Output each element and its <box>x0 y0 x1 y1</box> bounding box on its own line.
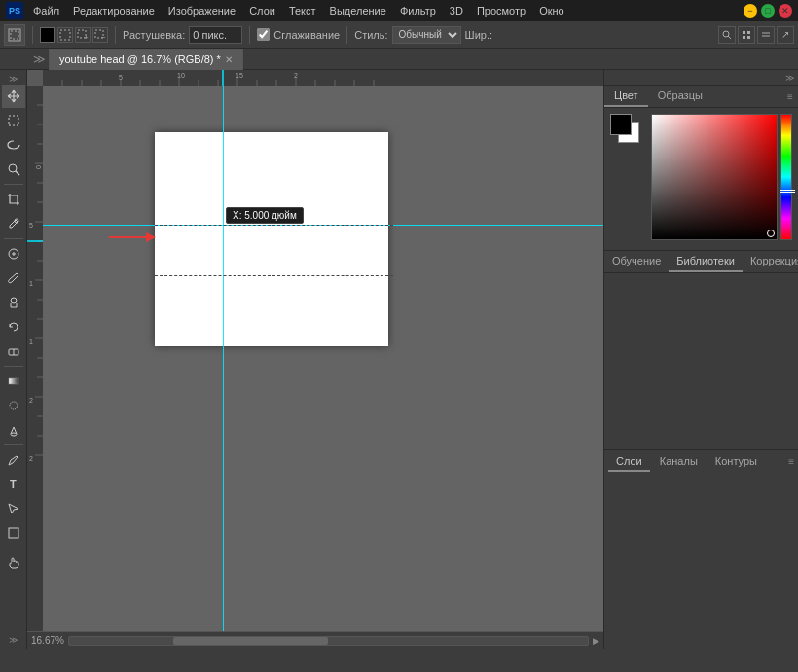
toolbar-toggle-bottom[interactable]: ≫ <box>3 635 24 645</box>
tool-crop[interactable] <box>2 188 25 211</box>
antialiasing-checkbox[interactable] <box>257 28 270 41</box>
hue-slider[interactable] <box>780 114 792 240</box>
ruler-left-svg: 0 5 1 1 2 2 <box>27 86 43 631</box>
color-picker-area <box>604 108 798 246</box>
tool-eyedropper[interactable] <box>2 212 25 235</box>
svg-text:5: 5 <box>119 74 123 81</box>
svg-rect-12 <box>747 36 750 39</box>
menu-image[interactable]: Изображение <box>163 3 241 18</box>
tool-lasso[interactable] <box>2 133 25 157</box>
color-panel-tabs: Цвет Образцы ≡ <box>604 86 798 108</box>
swatches-tab[interactable]: Образцы <box>648 86 712 107</box>
panels-toggle[interactable]: ≫ <box>29 49 49 70</box>
feather-input[interactable] <box>189 26 242 44</box>
tool-sep-4 <box>4 444 23 445</box>
tool-history[interactable] <box>2 315 25 338</box>
training-tab[interactable]: Обучение <box>604 251 669 272</box>
menu-filter[interactable]: Фильтр <box>394 3 442 18</box>
menu-select[interactable]: Выделение <box>324 3 392 18</box>
library-content-area <box>604 273 798 449</box>
right-panel: ≫ Цвет Образцы ≡ <box>603 70 798 649</box>
zoom-level: 16.67% <box>31 635 64 646</box>
libraries-tab[interactable]: Библиотеки <box>669 251 743 272</box>
add-selection-btn[interactable]: + <box>75 27 91 43</box>
layers-tab[interactable]: Слои <box>608 452 650 472</box>
minimize-button[interactable]: − <box>744 4 757 18</box>
ruler-top-svg: 5 10 15 2 <box>43 70 603 86</box>
feather-label: Растушевка: <box>123 29 185 41</box>
svg-rect-25 <box>9 378 18 384</box>
left-toolbar: ≫ <box>0 70 27 649</box>
menu-window[interactable]: Окно <box>533 3 570 18</box>
tool-text[interactable]: T <box>2 473 25 496</box>
tool-move[interactable] <box>2 85 25 108</box>
ps-logo: PS <box>6 2 23 19</box>
canvas-area: 5 10 15 2 <box>27 70 603 649</box>
color-panel-menu[interactable]: ≡ <box>782 86 798 107</box>
menu-3d[interactable]: 3D <box>444 3 469 18</box>
correction-tab[interactable]: Коррекция <box>743 251 798 272</box>
search-btn[interactable] <box>718 26 736 44</box>
tool-clone[interactable] <box>2 291 25 314</box>
tool-hand[interactable] <box>2 551 25 575</box>
foreground-color-swatch[interactable] <box>40 27 55 43</box>
color-saturation-picker[interactable] <box>651 114 778 240</box>
antialiasing-label: Сглаживание <box>273 29 340 41</box>
menu-view[interactable]: Просмотр <box>471 3 531 18</box>
svg-rect-2 <box>60 30 70 40</box>
title-bar-left: PS Файл Редактирование Изображение Слои … <box>6 2 570 19</box>
tool-eraser[interactable] <box>2 339 25 363</box>
tool-gradient[interactable] <box>2 370 25 393</box>
selection-rect-btn[interactable] <box>57 27 73 43</box>
panel-collapse-row: ≫ <box>604 70 798 86</box>
toolbar-toggle-top[interactable]: ≫ <box>3 74 24 84</box>
style-select[interactable]: Обычный <box>392 26 461 44</box>
tab-close-btn[interactable]: ✕ <box>225 54 233 65</box>
svg-text:10: 10 <box>177 72 185 79</box>
document-tab[interactable]: youtube head @ 16.7% (RGB/8) * ✕ <box>49 49 243 70</box>
close-button[interactable]: ✕ <box>779 4 792 18</box>
svg-text:2: 2 <box>29 397 33 404</box>
ruler-top: 5 10 15 2 <box>43 70 603 86</box>
tool-blur[interactable] <box>2 394 25 417</box>
menu-bar: Файл Редактирование Изображение Слои Тек… <box>27 3 570 18</box>
menu-layers[interactable]: Слои <box>243 3 281 18</box>
workspace-btn[interactable] <box>757 26 775 44</box>
tool-dodge[interactable] <box>2 418 25 442</box>
layers-content <box>604 474 798 650</box>
subtract-selection-btn[interactable]: − <box>92 27 108 43</box>
svg-text:T: T <box>10 478 17 490</box>
library-tabs: Обучение Библиотеки Коррекция ≡ <box>604 250 798 273</box>
tool-marquee[interactable] <box>2 109 25 132</box>
color-tab[interactable]: Цвет <box>604 86 648 107</box>
window-controls: − □ ✕ <box>744 4 792 18</box>
tool-preset-picker[interactable] <box>4 24 25 46</box>
channels-tab[interactable]: Каналы <box>652 452 706 472</box>
menu-edit[interactable]: Редактирование <box>67 3 161 18</box>
canvas-status-bar: 16.67% ▶ <box>27 631 603 649</box>
paths-tab[interactable]: Контуры <box>707 452 765 472</box>
fg-color-box[interactable] <box>610 114 632 135</box>
tool-shape[interactable] <box>2 521 25 545</box>
tool-brush[interactable] <box>2 266 25 290</box>
svg-text:2: 2 <box>294 72 298 79</box>
svg-text:1: 1 <box>29 338 33 345</box>
tool-magic-wand[interactable] <box>2 158 25 181</box>
menu-file[interactable]: Файл <box>27 3 65 18</box>
tool-path-select[interactable] <box>2 497 25 520</box>
panel-collapse-btn[interactable]: ≫ <box>785 73 794 83</box>
tool-pen[interactable] <box>2 448 25 472</box>
horizontal-scrollbar[interactable] <box>68 636 589 646</box>
grid-btn[interactable] <box>738 26 755 44</box>
layers-panel-menu[interactable]: ≡ <box>788 452 794 472</box>
svg-text:+: + <box>84 33 89 41</box>
tool-heal[interactable] <box>2 242 25 265</box>
arrow-indicator <box>109 236 148 238</box>
export-btn[interactable]: ↗ <box>777 26 794 44</box>
svg-text:−: − <box>101 33 106 41</box>
menu-text[interactable]: Текст <box>283 3 322 18</box>
document-canvas <box>155 132 388 346</box>
document-tab-name: youtube head @ 16.7% (RGB/8) * <box>59 53 221 65</box>
vertical-guide <box>223 86 224 631</box>
maximize-button[interactable]: □ <box>761 4 775 18</box>
